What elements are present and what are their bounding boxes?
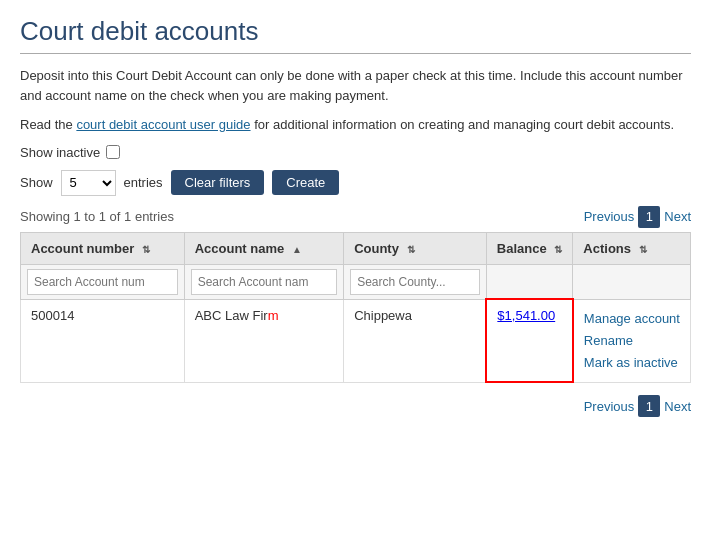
show-label: Show bbox=[20, 175, 53, 190]
search-actions-cell bbox=[573, 264, 691, 299]
page-title: Court debit accounts bbox=[20, 16, 691, 47]
rename-link[interactable]: Rename bbox=[584, 330, 680, 352]
showing-text: Showing 1 to 1 of 1 entries bbox=[20, 209, 580, 224]
search-balance-cell bbox=[486, 264, 573, 299]
table-row: 500014 ABC Law Firm Chippewa $1,541.00 M… bbox=[21, 299, 691, 382]
search-row bbox=[21, 264, 691, 299]
balance-cell: $1,541.00 bbox=[486, 299, 573, 382]
table-header: Account number ⇅ Account name ▲ County ⇅… bbox=[21, 232, 691, 299]
search-county-cell bbox=[344, 264, 487, 299]
col-balance: Balance ⇅ bbox=[486, 232, 573, 264]
account-number-cell: 500014 bbox=[21, 299, 185, 382]
sort-icon-actions[interactable]: ⇅ bbox=[639, 244, 647, 255]
search-account-number-input[interactable] bbox=[27, 269, 178, 295]
top-previous-link[interactable]: Previous bbox=[584, 209, 635, 224]
col-account-name: Account name ▲ bbox=[184, 232, 343, 264]
create-button[interactable]: Create bbox=[272, 170, 339, 195]
header-row: Account number ⇅ Account name ▲ County ⇅… bbox=[21, 232, 691, 264]
col-county: County ⇅ bbox=[344, 232, 487, 264]
top-pagination-row: Showing 1 to 1 of 1 entries Previous 1 N… bbox=[20, 206, 691, 228]
bottom-next-link[interactable]: Next bbox=[664, 399, 691, 414]
table-body: 500014 ABC Law Firm Chippewa $1,541.00 M… bbox=[21, 299, 691, 382]
col-actions: Actions ⇅ bbox=[573, 232, 691, 264]
col-account-number: Account number ⇅ bbox=[21, 232, 185, 264]
description-2: Read the court debit account user guide … bbox=[20, 115, 691, 135]
top-next-link[interactable]: Next bbox=[664, 209, 691, 224]
search-account-name-cell bbox=[184, 264, 343, 299]
sort-icon-county[interactable]: ⇅ bbox=[407, 244, 415, 255]
search-county-input[interactable] bbox=[350, 269, 480, 295]
search-account-name-input[interactable] bbox=[191, 269, 337, 295]
actions-cell: Manage account Rename Mark as inactive bbox=[573, 299, 691, 382]
entries-select[interactable]: 5 10 25 50 bbox=[61, 170, 116, 196]
balance-link[interactable]: $1,541.00 bbox=[497, 308, 555, 323]
controls-row: Show 5 10 25 50 entries Clear filters Cr… bbox=[20, 170, 691, 196]
show-inactive-row: Show inactive bbox=[20, 145, 691, 160]
title-divider bbox=[20, 53, 691, 54]
bottom-previous-link[interactable]: Previous bbox=[584, 399, 635, 414]
clear-filters-button[interactable]: Clear filters bbox=[171, 170, 265, 195]
description-2-prefix: Read the bbox=[20, 117, 76, 132]
sort-icon-balance[interactable]: ⇅ bbox=[554, 244, 562, 255]
manage-account-link[interactable]: Manage account bbox=[584, 308, 680, 330]
show-inactive-label: Show inactive bbox=[20, 145, 100, 160]
top-page-number[interactable]: 1 bbox=[638, 206, 660, 228]
county-cell: Chippewa bbox=[344, 299, 487, 382]
show-inactive-checkbox[interactable] bbox=[106, 145, 120, 159]
sort-icon-account-number[interactable]: ⇅ bbox=[142, 244, 150, 255]
mark-inactive-link[interactable]: Mark as inactive bbox=[584, 352, 680, 374]
bottom-pagination-row: Previous 1 Next bbox=[20, 391, 691, 417]
description-1: Deposit into this Court Debit Account ca… bbox=[20, 66, 691, 105]
description-2-suffix: for additional information on creating a… bbox=[251, 117, 674, 132]
search-account-number-cell bbox=[21, 264, 185, 299]
entries-label: entries bbox=[124, 175, 163, 190]
account-name-cell: ABC Law Firm bbox=[184, 299, 343, 382]
bottom-page-number[interactable]: 1 bbox=[638, 395, 660, 417]
user-guide-link[interactable]: court debit account user guide bbox=[76, 117, 250, 132]
sort-icon-account-name[interactable]: ▲ bbox=[292, 244, 302, 255]
accounts-table: Account number ⇅ Account name ▲ County ⇅… bbox=[20, 232, 691, 384]
